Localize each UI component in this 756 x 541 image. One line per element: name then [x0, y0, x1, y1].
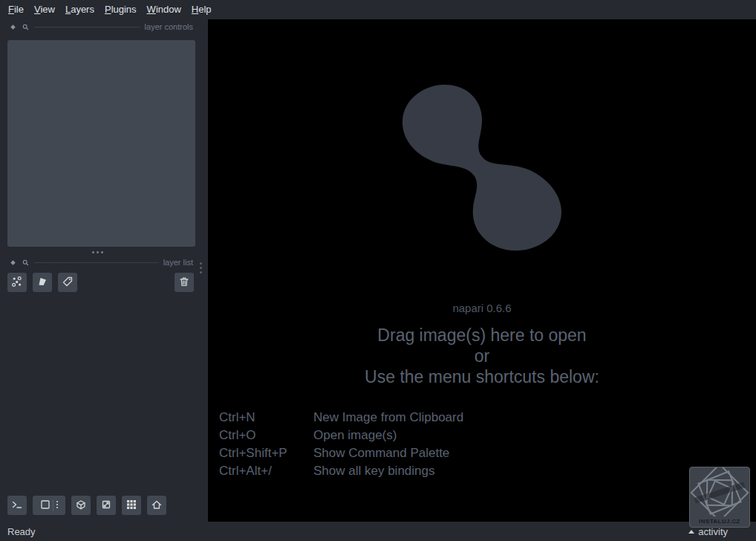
home-icon: [151, 499, 163, 513]
napari-version-label: napari 0.6.6: [208, 302, 756, 315]
shortcut-keys: Ctrl+Shift+P: [219, 444, 313, 462]
ndisplay-toggle-button[interactable]: [33, 496, 65, 515]
dock-splitter-handle[interactable]: [92, 250, 103, 254]
console-button[interactable]: [7, 496, 27, 515]
new-labels-layer-button[interactable]: [58, 273, 77, 292]
hide-panel-icon[interactable]: [9, 259, 17, 267]
instaluj-watermark: INSTALUJ.CZ: [689, 467, 750, 528]
welcome-heading-drag: Drag image(s) here to open: [208, 325, 756, 346]
shapes-icon: [36, 276, 48, 290]
menu-file[interactable]: File: [3, 0, 29, 19]
status-bar: Ready activity: [0, 522, 756, 541]
watermark-label: INSTALUJ.CZ: [690, 518, 749, 525]
grid-view-button[interactable]: [122, 496, 141, 515]
2d-view-icon: [39, 499, 51, 513]
menu-plugins[interactable]: Plugins: [100, 0, 142, 19]
welcome-heading-or: or: [208, 346, 756, 366]
layer-controls-header: layer controls: [9, 22, 193, 31]
shortcut-action: New Image from Clipboard: [313, 409, 463, 427]
transpose-icon: [100, 499, 112, 513]
grid-icon: [126, 499, 137, 513]
menu-bar: File View Layers Plugins Window Help: [0, 0, 756, 19]
menu-window[interactable]: Window: [142, 0, 186, 19]
roll-dimensions-button[interactable]: [71, 496, 91, 515]
shortcut-list: Ctrl+N New Image from Clipboard Ctrl+O O…: [219, 409, 463, 480]
cube-icon: [75, 499, 87, 513]
welcome-heading-shortcuts: Use the menu shortcuts below:: [208, 366, 756, 387]
shortcut-row: Ctrl+N New Image from Clipboard: [219, 409, 463, 427]
labels-tag-icon: [62, 276, 74, 290]
new-points-layer-button[interactable]: [7, 273, 27, 292]
header-divider: [34, 262, 159, 263]
shortcut-row: Ctrl+Alt+/ Show all key bindings: [219, 462, 463, 480]
home-reset-view-button[interactable]: [147, 496, 166, 515]
header-divider: [34, 27, 140, 27]
shortcut-row: Ctrl+O Open image(s): [219, 427, 463, 444]
shortcut-keys: Ctrl+O: [219, 427, 313, 444]
menu-layers[interactable]: Layers: [60, 0, 100, 19]
viewer-canvas-drop-area[interactable]: napari 0.6.6 Drag image(s) here to open …: [208, 19, 756, 522]
viewer-toolbar: [7, 496, 166, 515]
left-dock: layer controls layer list: [0, 19, 208, 522]
shortcut-row: Ctrl+Shift+P Show Command Palette: [219, 444, 463, 462]
shortcut-action: Show all key bindings: [313, 462, 434, 480]
shortcut-action: Open image(s): [313, 427, 397, 444]
canvas-splitter-handle[interactable]: [200, 262, 202, 273]
console-icon: [11, 499, 23, 513]
hide-panel-icon[interactable]: [9, 23, 17, 31]
layer-controls-title: layer controls: [145, 22, 193, 31]
shortcut-keys: Ctrl+N: [219, 409, 313, 427]
trash-icon: [178, 276, 190, 290]
layer-controls-panel: [7, 40, 195, 247]
menu-view[interactable]: View: [29, 0, 60, 19]
shortcut-keys: Ctrl+Alt+/: [219, 462, 313, 480]
delete-layer-button[interactable]: [175, 273, 194, 292]
watermark-logo-icon: [690, 467, 749, 516]
status-message: Ready: [7, 526, 36, 537]
shortcut-action: Show Command Palette: [313, 444, 449, 462]
float-panel-icon[interactable]: [22, 23, 30, 31]
button-divider: [53, 499, 53, 511]
transpose-dimensions-button[interactable]: [97, 496, 116, 515]
menu-help[interactable]: Help: [186, 0, 217, 19]
layer-list-title: layer list: [163, 258, 193, 267]
float-panel-icon[interactable]: [22, 259, 30, 267]
activity-expander-icon: [688, 530, 694, 534]
layer-list-header: layer list: [9, 258, 193, 267]
new-shapes-layer-button[interactable]: [33, 273, 52, 292]
points-icon: [11, 276, 23, 290]
napari-logo: [400, 83, 564, 254]
ndisplay-menu-dots-icon: [55, 499, 59, 513]
layer-list-toolbar: [7, 273, 195, 292]
